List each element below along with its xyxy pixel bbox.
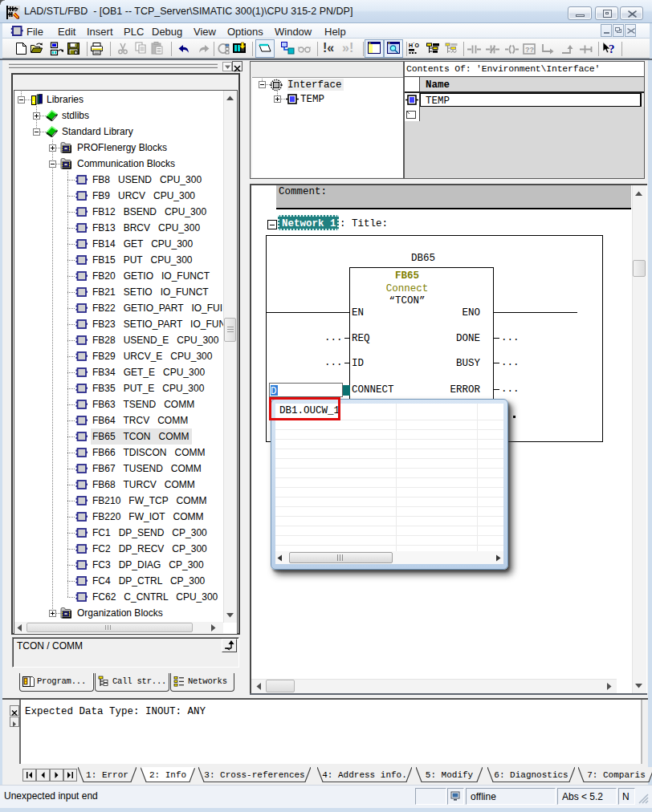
svg-text:2: Info: 2: Info xyxy=(149,770,186,780)
svg-text:4: Address info.: 4: Address info. xyxy=(322,770,407,780)
svg-text:5: Modify: 5: Modify xyxy=(426,770,474,780)
svg-text:?: ? xyxy=(609,43,615,55)
svg-text:1: Error: 1: Error xyxy=(86,770,128,780)
svg-text:6: Diagnostics: 6: Diagnostics xyxy=(494,770,568,780)
svg-text:7: Comparis: 7: Comparis xyxy=(587,770,646,780)
svg-text:??: ?? xyxy=(525,46,534,54)
svg-text:3: Cross-references: 3: Cross-references xyxy=(204,770,304,780)
svg-text:H˙O: H˙O xyxy=(409,43,419,48)
